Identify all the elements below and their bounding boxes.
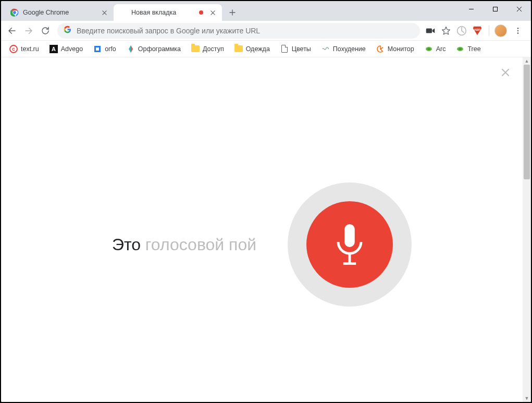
folder-icon	[191, 45, 200, 53]
svg-point-8	[517, 30, 519, 31]
svg-rect-15	[96, 47, 99, 51]
tab-title: Google Chrome	[23, 9, 100, 16]
bookmark-label: Похудение	[333, 45, 366, 53]
tree-icon	[456, 45, 464, 53]
minimize-button[interactable]	[459, 1, 483, 17]
toolbar: ABP	[1, 21, 531, 41]
bookmark-flowers[interactable]: Цветы	[276, 42, 315, 56]
bookmark-pohudenie[interactable]: Похудение	[317, 42, 370, 56]
svg-rect-20	[344, 224, 355, 247]
titlebar: Google Chrome Новая вкладка	[1, 1, 531, 21]
voice-text-final: Это	[112, 235, 141, 254]
menu-button[interactable]	[510, 23, 526, 39]
svg-point-19	[459, 48, 462, 50]
close-voice-button[interactable]	[498, 65, 513, 80]
svg-text:ABP: ABP	[474, 28, 480, 31]
scroll-down-icon[interactable]: ▼	[523, 395, 531, 402]
tab-new-tab[interactable]: Новая вкладка	[114, 4, 222, 21]
bookmark-monitor[interactable]: Монитор	[372, 42, 418, 56]
arc-icon	[425, 45, 433, 53]
tab-google-chrome[interactable]: Google Chrome	[5, 4, 114, 21]
omnibox[interactable]	[57, 23, 420, 39]
bookmark-dostup[interactable]: Доступ	[187, 42, 228, 56]
folder-icon	[234, 45, 243, 53]
close-icon[interactable]	[100, 8, 108, 17]
toolbar-right: ABP	[424, 23, 528, 39]
voice-mic-button[interactable]	[288, 182, 412, 307]
bookmark-label: Цветы	[292, 45, 311, 53]
bookmark-tree[interactable]: Tree	[452, 42, 485, 56]
voice-search-container: Это голосовой пой	[1, 182, 523, 307]
doc-icon	[280, 45, 289, 53]
bookmark-label: Tree	[467, 45, 480, 53]
abp-ext-icon[interactable]: ABP	[471, 25, 484, 37]
forward-button[interactable]	[21, 23, 36, 39]
svg-rect-4	[426, 28, 432, 33]
voice-search-page: Это голосовой пой	[1, 57, 523, 402]
close-icon[interactable]	[208, 8, 217, 17]
vertical-scrollbar[interactable]: ▲ ▼	[523, 57, 531, 402]
address-input[interactable]	[77, 27, 414, 35]
chrome-icon	[10, 8, 19, 17]
yandex-ext-icon[interactable]	[455, 25, 468, 37]
bookmark-orfo[interactable]: orfo	[89, 42, 120, 56]
bookmark-label: text.ru	[21, 45, 39, 53]
pohud-icon	[321, 45, 330, 53]
tab-title: Новая вкладка	[131, 9, 196, 16]
reload-button[interactable]	[38, 23, 53, 39]
bookmark-label: Доступ	[203, 45, 224, 53]
voice-text-interim: голосовой пой	[141, 235, 256, 254]
orfo-icon	[93, 45, 102, 53]
camera-icon[interactable]	[424, 25, 437, 37]
content-area: Это голосовой пой ▲ ▼	[1, 57, 531, 402]
separator	[489, 26, 489, 36]
profile-avatar[interactable]	[494, 25, 507, 37]
bookmark-label: Монитор	[388, 45, 414, 53]
svg-rect-3	[493, 7, 497, 11]
bookmarks-bar: Ctext.ru AAdvego orfo Орфограммка Доступ…	[1, 41, 531, 57]
bookmark-label: Advego	[61, 45, 83, 53]
bookmark-label: Одежда	[246, 45, 270, 53]
window-controls	[459, 1, 531, 17]
svg-text:C: C	[12, 47, 15, 52]
maximize-button[interactable]	[483, 1, 507, 17]
voice-transcript: Это голосовой пой	[112, 235, 256, 254]
orfogrammka-icon	[127, 45, 135, 53]
back-button[interactable]	[4, 23, 20, 39]
scroll-up-icon[interactable]: ▲	[523, 57, 531, 65]
scroll-thumb[interactable]	[524, 65, 530, 179]
svg-point-1	[13, 11, 16, 14]
new-tab-button[interactable]	[225, 5, 240, 20]
browser-window: Google Chrome Новая вкладка	[1, 1, 531, 402]
bookmark-label: Орфограммка	[138, 45, 181, 53]
svg-point-9	[517, 32, 519, 34]
tab-strip: Google Chrome Новая вкладка	[1, 1, 240, 21]
svg-text:A: A	[52, 46, 56, 52]
bookmark-star-icon[interactable]	[440, 25, 452, 37]
monitor-icon	[376, 45, 385, 53]
recording-indicator-icon	[199, 10, 203, 15]
google-g-icon	[64, 26, 71, 35]
blank-favicon-icon	[119, 8, 127, 17]
bookmark-label: orfo	[105, 45, 116, 53]
bookmark-textru[interactable]: Ctext.ru	[5, 42, 43, 56]
mic-icon	[306, 201, 393, 288]
advego-icon: A	[50, 45, 58, 53]
svg-point-7	[517, 28, 519, 29]
svg-point-17	[427, 48, 430, 50]
textru-icon: C	[9, 45, 18, 53]
close-window-button[interactable]	[507, 1, 531, 17]
bookmark-label: Arc	[436, 45, 446, 53]
bookmark-advego[interactable]: AAdvego	[45, 42, 87, 56]
bookmark-orfogrammka[interactable]: Орфограммка	[122, 42, 185, 56]
bookmark-odezhda[interactable]: Одежда	[230, 42, 274, 56]
bookmark-arc[interactable]: Arc	[420, 42, 450, 56]
